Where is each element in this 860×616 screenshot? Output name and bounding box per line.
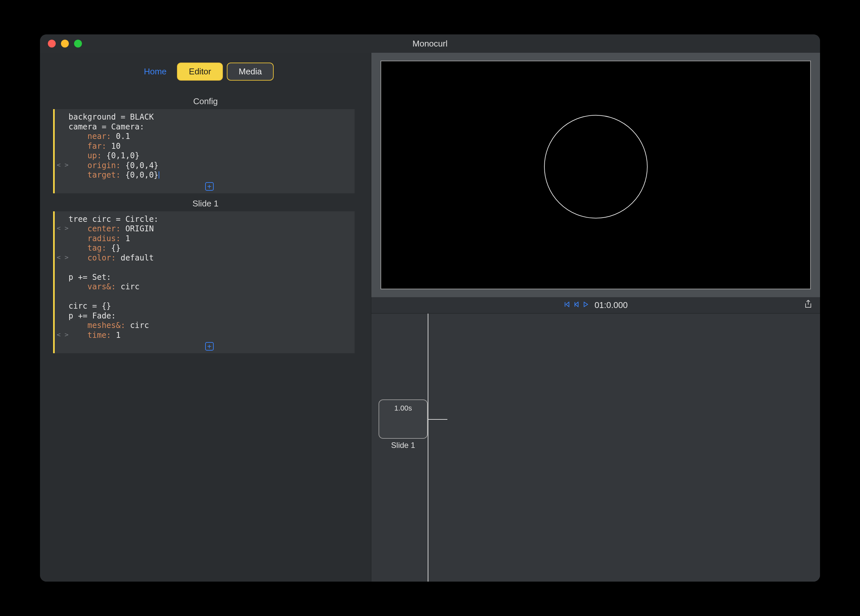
maximize-button[interactable] bbox=[74, 40, 82, 47]
code-line: tag: {} bbox=[69, 243, 350, 253]
preview-canvas[interactable] bbox=[380, 61, 811, 289]
preview-circle bbox=[544, 115, 648, 219]
right-panel: 01:0.000 1.00s Slide 1 bbox=[371, 53, 820, 582]
code-line: tree circ = Circle: bbox=[69, 215, 350, 224]
timeline-slide[interactable]: 1.00s Slide 1 bbox=[378, 400, 428, 450]
tabs: Home Editor Media bbox=[40, 63, 371, 81]
code-line: vars&: circ bbox=[69, 282, 350, 292]
traffic-lights bbox=[48, 40, 82, 47]
fold-icon[interactable]: < > bbox=[57, 331, 69, 339]
playback-bar: 01:0.000 bbox=[371, 297, 820, 313]
code-line: target: {0,0,0} bbox=[69, 170, 350, 180]
code-line: meshes&: circ bbox=[69, 321, 350, 331]
play-icon[interactable] bbox=[583, 301, 589, 310]
add-button[interactable]: + bbox=[205, 182, 214, 191]
code-line: p += Set: bbox=[69, 273, 350, 282]
app-window: Monocurl Home Editor Media Config backgr… bbox=[40, 34, 820, 582]
tab-editor[interactable]: Editor bbox=[177, 63, 223, 81]
tab-home[interactable]: Home bbox=[137, 64, 173, 78]
titlebar: Monocurl bbox=[40, 34, 820, 53]
code-line: far: 10 bbox=[69, 141, 350, 151]
section-title-config: Config bbox=[40, 96, 371, 107]
left-panel: Home Editor Media Config background = BL… bbox=[40, 53, 371, 582]
timestamp: 01:0.000 bbox=[595, 300, 628, 310]
code-line: near: 0.1 bbox=[69, 132, 350, 141]
share-icon[interactable] bbox=[804, 299, 812, 311]
fold-icon[interactable]: < > bbox=[57, 224, 69, 232]
fold-icon[interactable]: < > bbox=[57, 253, 69, 262]
preview-container bbox=[371, 53, 820, 297]
section-title-slide1: Slide 1 bbox=[40, 199, 371, 209]
code-block-slide1[interactable]: tree circ = Circle: < > center: ORIGIN r… bbox=[53, 212, 355, 354]
skip-back-icon[interactable] bbox=[564, 301, 570, 310]
code-block-config[interactable]: background = BLACK camera = Camera: near… bbox=[53, 109, 355, 193]
timeline[interactable]: 1.00s Slide 1 bbox=[371, 313, 820, 582]
slide-label: Slide 1 bbox=[378, 441, 428, 450]
code-line: < > center: ORIGIN bbox=[69, 224, 350, 234]
code-line bbox=[69, 292, 350, 302]
code-line: < > origin: {0,0,4} bbox=[69, 161, 350, 171]
code-line: up: {0,1,0} bbox=[69, 151, 350, 161]
code-line: background = BLACK bbox=[69, 112, 350, 122]
code-line: p += Fade: bbox=[69, 311, 350, 321]
fold-icon[interactable]: < > bbox=[57, 161, 69, 169]
code-line: < > time: 1 bbox=[69, 331, 350, 340]
tab-media[interactable]: Media bbox=[227, 63, 274, 81]
code-line: radius: 1 bbox=[69, 234, 350, 244]
window-title: Monocurl bbox=[40, 39, 820, 49]
text-cursor bbox=[159, 171, 159, 179]
code-line bbox=[69, 263, 350, 273]
playhead[interactable] bbox=[428, 313, 428, 582]
code-line: < > color: default bbox=[69, 253, 350, 263]
code-line: camera = Camera: bbox=[69, 122, 350, 132]
slide-thumbnail[interactable]: 1.00s bbox=[378, 400, 428, 439]
close-button[interactable] bbox=[48, 40, 56, 47]
content-area: Home Editor Media Config background = BL… bbox=[40, 53, 820, 582]
timeline-tick bbox=[428, 419, 447, 420]
slide-duration: 1.00s bbox=[394, 404, 412, 412]
add-button[interactable]: + bbox=[205, 342, 214, 351]
code-line: circ = {} bbox=[69, 301, 350, 311]
minimize-button[interactable] bbox=[61, 40, 69, 47]
step-back-icon[interactable] bbox=[574, 301, 579, 310]
